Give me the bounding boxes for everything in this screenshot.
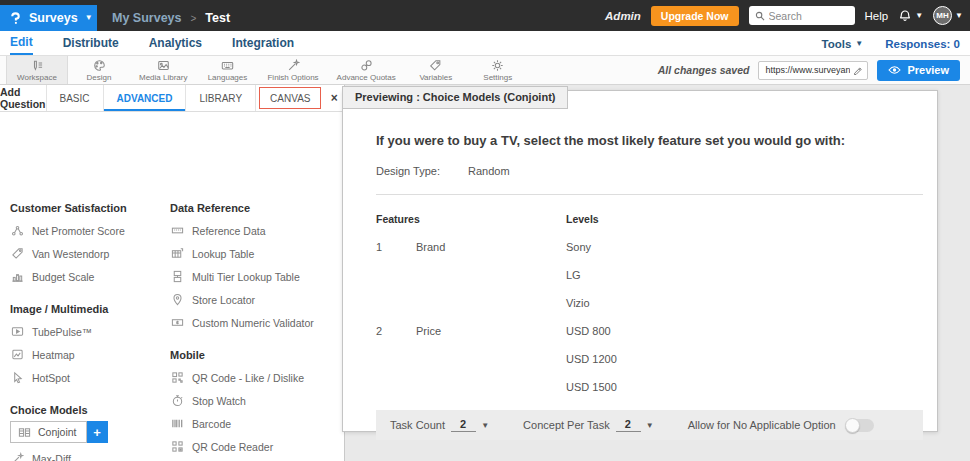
section-mobile: Mobile [170,349,342,361]
section-customer-satisfaction: Customer Satisfaction [10,202,162,214]
toolbar-item-settings[interactable]: Settings [467,56,529,84]
nav-tab-analytics[interactable]: Analytics [149,31,202,55]
toolbar-item-finish-options[interactable]: Finish Options [258,56,327,84]
chevron-down-icon: ▼ [855,40,863,48]
question-type-max-diff[interactable]: Max-Diff [10,447,162,461]
tag-icon [429,59,442,72]
question-type-qr-code-like-dislike[interactable]: QR Code - Like / Dislike [170,366,342,389]
responses-count[interactable]: Responses: 0 [885,38,960,50]
edit-url-pencil-icon[interactable] [853,65,863,75]
cursor-icon [10,371,24,385]
stopwatch-icon [170,394,184,408]
toolbar-item-design[interactable]: Design [68,56,130,84]
question-type-tubepulse[interactable]: TubePulse™ [10,320,162,343]
question-type-multi-tier-lookup-table[interactable]: Multi Tier Lookup Table [170,265,342,288]
conjoint-icon [17,425,31,439]
toolbar-item-variables[interactable]: Variables [405,56,467,84]
feature-number: 1 [376,233,416,261]
toolbar-item-languages[interactable]: Languages [196,56,258,84]
question-type-custom-numeric-validator[interactable]: Custom Numeric Validator [170,311,342,334]
barcode-icon [170,417,184,431]
search-input[interactable] [769,10,849,22]
add-conjoint-button[interactable]: + [87,421,108,443]
feature-level: USD 1200 [566,345,923,373]
gear-icon [491,59,504,72]
question-type-heatmap[interactable]: Heatmap [10,343,162,366]
breadcrumb-separator: > [190,13,196,24]
toolbar-item-workspace[interactable]: Workspace [6,56,68,84]
survey-nav: Edit Distribute Analytics Integration To… [0,31,970,56]
question-type-conjoint[interactable]: Conjoint [10,421,87,443]
tab-library[interactable]: LIBRARY [186,85,256,111]
account-menu[interactable]: MH ▼ [933,6,963,25]
feature-level: LG [566,261,923,289]
eye-icon [888,65,901,75]
conjoint-settings-bar: Task Count 2 ▼ Concept Per Task 2 ▼ Allo… [376,410,923,440]
nav-tab-edit[interactable]: Edit [10,31,33,55]
admin-label[interactable]: Admin [605,10,641,22]
help-link[interactable]: Help [865,10,889,22]
video-player-icon [10,325,24,339]
concept-per-task-select[interactable]: 2 [616,418,641,432]
lookup-table-icon [170,247,184,261]
chevron-down-icon[interactable]: ▼ [646,421,654,430]
toolbar-item-media-library[interactable]: Media Library [130,56,196,84]
chevron-down-icon: ▼ [955,12,963,20]
no-applicable-option-toggle[interactable] [846,419,874,432]
feature-level: Sony [566,233,923,261]
question-type-barcode[interactable]: Barcode [170,412,342,435]
breadcrumb-my-surveys[interactable]: My Surveys [112,11,181,25]
question-type-hotspot[interactable]: HotSpot [10,366,162,389]
add-question-label: Add Question [0,85,47,111]
product-name: Surveys [29,11,78,25]
questionpro-logo [9,11,22,26]
survey-url-field[interactable]: https://www.surveyanalytics.com/t/AI77 [758,61,868,80]
tab-advanced[interactable]: ADVANCED [104,85,187,111]
edit-toolbar: Workspace Design Media Library Languages… [0,56,970,85]
concept-per-task-label: Concept Per Task [523,419,610,431]
bar-chart-icon [10,270,24,284]
feature-level: USD 1500 [566,373,923,401]
search-box[interactable] [749,6,855,25]
keyboard-icon [221,59,234,72]
question-type-qr-code-reader[interactable]: QR Code Reader [170,435,342,458]
nav-tab-distribute[interactable]: Distribute [63,31,119,55]
question-type-lookup-table[interactable]: Lookup Table [170,242,342,265]
features-levels-table: Features Levels 1 Brand Sony LG Vizio 2 … [376,205,923,401]
chevron-down-icon: ▼ [85,14,93,22]
surveys-product-switcher[interactable]: Surveys ▼ [0,5,97,31]
survey-url: https://www.surveyanalytics.com/t/AI77 [765,65,850,75]
features-column-header: Features [376,205,566,233]
previewing-header: Previewing : Choice Models (Conjoint) [342,86,568,109]
preview-button[interactable]: Preview [877,60,960,81]
tools-menu[interactable]: Tools ▼ [821,38,863,50]
workspace-icon [31,59,44,72]
chevron-down-icon[interactable]: ▼ [481,421,489,430]
levels-column-header: Levels [566,205,923,233]
upgrade-now-button[interactable]: Upgrade Now [651,6,739,26]
question-type-stop-watch[interactable]: Stop Watch [170,389,342,412]
question-type-store-locator[interactable]: Store Locator [170,288,342,311]
task-count-select[interactable]: 2 [451,418,476,432]
feature-level: Vizio [566,289,923,317]
tab-canvas[interactable]: CANVAS [259,87,321,109]
palette-icon [93,59,106,72]
numeric-validator-icon [170,316,184,330]
question-type-budget-scale[interactable]: Budget Scale [10,265,162,288]
tab-basic[interactable]: BASIC [47,85,104,111]
save-status: All changes saved [658,64,750,76]
question-type-van-westendorp[interactable]: Van Westendorp [10,242,162,265]
magic-wand-icon [287,59,300,72]
nav-tab-integration[interactable]: Integration [232,31,294,55]
toolbar-item-advance-quotas[interactable]: Advance Quotas [328,56,405,84]
avatar[interactable]: MH [933,6,952,25]
section-choice-models: Choice Models [10,404,162,416]
question-type-reference-data[interactable]: Reference Data [170,219,342,242]
add-question-panel: Add Question BASIC ADVANCED LIBRARY CANV… [0,85,345,461]
question-type-net-promoter-score[interactable]: Net Promoter Score [10,219,162,242]
breadcrumb-survey-name: Test [205,11,230,25]
notifications-menu[interactable]: ▼ [898,9,923,23]
conjoint-preview-panel: Previewing : Choice Models (Conjoint) If… [342,90,938,432]
heatmap-icon [10,348,24,362]
map-pin-icon [170,293,184,307]
